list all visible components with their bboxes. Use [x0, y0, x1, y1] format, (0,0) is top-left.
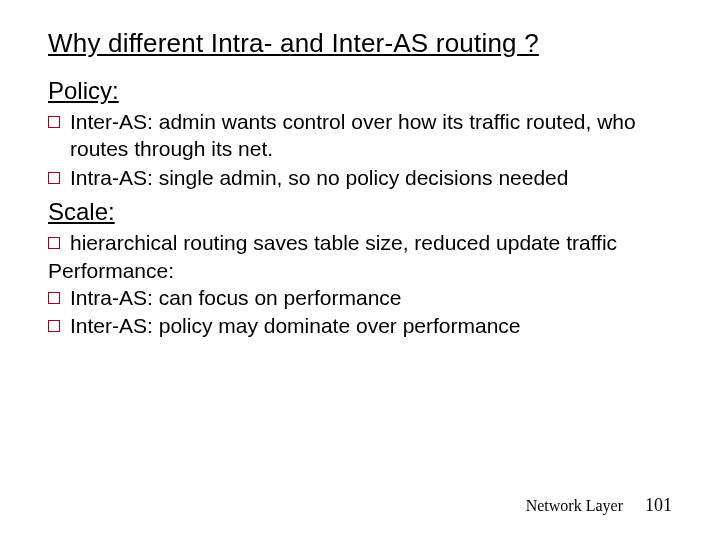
bullet-marker-icon: [48, 172, 60, 184]
slide-title: Why different Intra- and Inter-AS routin…: [48, 28, 672, 59]
bullet-item: hierarchical routing saves table size, r…: [48, 230, 672, 257]
bullet-text: Intra-AS: can focus on performance: [70, 285, 672, 312]
page-number: 101: [645, 495, 672, 516]
bullet-marker-icon: [48, 320, 60, 332]
slide-footer: Network Layer 101: [526, 495, 672, 516]
bullet-text: Inter-AS: policy may dominate over perfo…: [70, 313, 672, 340]
bullet-item: Intra-AS: single admin, so no policy dec…: [48, 165, 672, 192]
bullet-marker-icon: [48, 237, 60, 249]
bullet-item: Intra-AS: can focus on performance: [48, 285, 672, 312]
section-heading-performance: Performance:: [48, 259, 672, 283]
bullet-item: Inter-AS: admin wants control over how i…: [48, 109, 672, 163]
bullet-text: Inter-AS: admin wants control over how i…: [70, 109, 672, 163]
footer-label: Network Layer: [526, 497, 623, 515]
bullet-item: Inter-AS: policy may dominate over perfo…: [48, 313, 672, 340]
slide: Why different Intra- and Inter-AS routin…: [0, 0, 720, 540]
bullet-text: hierarchical routing saves table size, r…: [70, 230, 672, 257]
section-heading-policy: Policy:: [48, 77, 672, 105]
section-heading-scale: Scale:: [48, 198, 672, 226]
bullet-marker-icon: [48, 116, 60, 128]
bullet-marker-icon: [48, 292, 60, 304]
bullet-text: Intra-AS: single admin, so no policy dec…: [70, 165, 672, 192]
